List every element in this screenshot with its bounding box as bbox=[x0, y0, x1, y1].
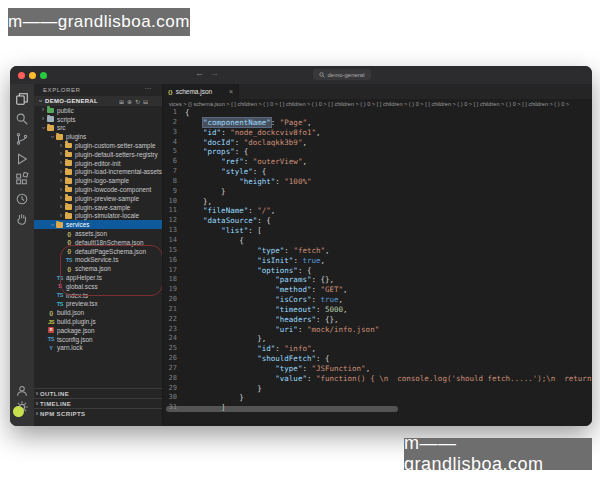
line-number: 30 bbox=[163, 393, 185, 403]
minimize-window-button[interactable] bbox=[29, 72, 36, 79]
tree-item-plugin-editor-init[interactable]: ›plugin-editor-init bbox=[34, 159, 162, 168]
tree-item-label: package.json bbox=[57, 327, 95, 334]
code-line[interactable]: 26 "shouldFetch": { bbox=[163, 354, 592, 364]
tree-item-defaultI18nSchema.json[interactable]: {}defaultI18nSchema.json bbox=[34, 238, 162, 247]
tree-item-build.plugin.js[interactable]: JSbuild.plugin.js bbox=[34, 317, 162, 326]
code-line[interactable]: 1{ bbox=[163, 108, 592, 118]
tree-item-tsconfig.json[interactable]: TStsconfig.json bbox=[34, 335, 162, 344]
breadcrumb[interactable]: vices > {} schema.json > [ ] children > … bbox=[163, 99, 592, 108]
tree-item-appHelper.ts[interactable]: TSappHelper.ts bbox=[34, 273, 162, 282]
code-line[interactable]: 3 "id": "node_dockcviv8fo1", bbox=[163, 128, 592, 138]
account-icon[interactable] bbox=[15, 384, 29, 398]
tree-item-label: yarn.lock bbox=[57, 344, 83, 351]
new-folder-icon[interactable]: ⊕ bbox=[127, 98, 132, 105]
code-line[interactable]: 7 "style": { bbox=[163, 167, 592, 177]
more-actions-icon[interactable]: ⋯ bbox=[144, 85, 152, 93]
code-line[interactable]: 24 }, bbox=[163, 334, 592, 344]
code-line[interactable]: 27 "type": "JSFunction", bbox=[163, 364, 592, 374]
code-line[interactable]: 13 "list": [ bbox=[163, 226, 592, 236]
close-window-button[interactable] bbox=[18, 72, 25, 79]
clock-icon[interactable] bbox=[15, 192, 29, 206]
command-center-search[interactable]: demo-general bbox=[313, 69, 371, 80]
npm-scripts-section[interactable]: ›NPM SCRIPTS bbox=[34, 408, 162, 418]
tree-item-public[interactable]: ›public bbox=[34, 106, 162, 115]
line-number: 21 bbox=[163, 305, 185, 315]
search-icon[interactable] bbox=[15, 112, 29, 126]
close-tab-icon[interactable]: × bbox=[229, 88, 233, 95]
horizontal-scrollbar[interactable] bbox=[166, 406, 398, 412]
chevron-right-icon: › bbox=[58, 151, 64, 157]
tsx-file-icon: TS bbox=[56, 301, 64, 307]
tree-item-plugin-logo-sample[interactable]: ›plugin-logo-sample bbox=[34, 176, 162, 185]
tree-item-label: public bbox=[57, 107, 74, 114]
tree-item-global.scss[interactable]: Sglobal.scss bbox=[34, 282, 162, 291]
refresh-icon[interactable]: ↻ bbox=[135, 98, 140, 105]
tree-item-plugin-simulator-locale[interactable]: ›plugin-simulator-locale bbox=[34, 212, 162, 221]
tree-item-label: plugin-simulator-locale bbox=[75, 212, 139, 219]
code-line[interactable]: 14 { bbox=[163, 236, 592, 246]
tree-item-build.json[interactable]: {}build.json bbox=[34, 308, 162, 317]
tree-item-plugin-custom-setter-sample[interactable]: ›plugin-custom-setter-sample bbox=[34, 141, 162, 150]
tree-item-plugin-preview-sample[interactable]: ›plugin-preview-sample bbox=[34, 194, 162, 203]
history-back-icon[interactable]: ← bbox=[195, 68, 204, 78]
code-line[interactable]: 17 "options": { bbox=[163, 266, 592, 276]
tab-schema-json[interactable]: {} schema.json × bbox=[163, 84, 239, 99]
code-line[interactable]: 2 "componentName": "Page", bbox=[163, 118, 592, 128]
tree-item-schema.json[interactable]: {}schema.json bbox=[34, 264, 162, 273]
code-line[interactable]: 9 } bbox=[163, 187, 592, 197]
tree-item-preview.tsx[interactable]: TSpreview.tsx bbox=[34, 300, 162, 309]
line-number: 26 bbox=[163, 354, 185, 364]
code-line[interactable]: 18 "params": {}, bbox=[163, 275, 592, 285]
tree-item-services[interactable]: ›services bbox=[34, 220, 162, 229]
code-line[interactable]: 29 } bbox=[163, 384, 592, 394]
code-line[interactable]: 10 }, bbox=[163, 197, 592, 207]
tree-item-assets.json[interactable]: {}assets.json bbox=[34, 229, 162, 238]
code-line[interactable]: 5 "props": { bbox=[163, 147, 592, 157]
history-forward-icon[interactable]: → bbox=[210, 68, 219, 78]
code-line[interactable]: 15 "type": "fetch", bbox=[163, 246, 592, 256]
code-line[interactable]: 22 "headers": {}, bbox=[163, 315, 592, 325]
tree-item-plugins[interactable]: ›plugins bbox=[34, 132, 162, 141]
tree-item-package.json[interactable]: npackage.json bbox=[34, 326, 162, 335]
tree-item-label: preview.tsx bbox=[66, 300, 98, 307]
code-line[interactable]: 4 "docId": "doclaqkk3b9", bbox=[163, 138, 592, 148]
code-line[interactable]: 11 "fileName": "/", bbox=[163, 206, 592, 216]
tree-item-src[interactable]: ›src bbox=[34, 124, 162, 133]
code-line[interactable]: 12 "dataSource": { bbox=[163, 216, 592, 226]
timeline-section[interactable]: ›TIMELINE bbox=[34, 398, 162, 408]
code-text: "height": "100%" bbox=[185, 177, 311, 187]
tree-item-plugin-load-incremental-assets-widget[interactable]: ›plugin-load-incremental-assets-widget bbox=[34, 168, 162, 177]
hand-icon[interactable] bbox=[15, 212, 29, 226]
source-control-icon[interactable] bbox=[15, 132, 29, 146]
code-line[interactable]: 25 "id": "info", bbox=[163, 344, 592, 354]
tree-item-defaultPageSchema.json[interactable]: {}defaultPageSchema.json bbox=[34, 247, 162, 256]
new-file-icon[interactable]: ⊞ bbox=[119, 98, 124, 105]
outline-section[interactable]: ›OUTLINE bbox=[34, 388, 162, 398]
tree-item-plugin-save-sample[interactable]: ›plugin-save-sample bbox=[34, 203, 162, 212]
tree-item-label: plugins bbox=[66, 133, 86, 140]
extensions-icon[interactable] bbox=[15, 172, 29, 186]
tree-item-scripts[interactable]: ›scripts bbox=[34, 115, 162, 124]
code-line[interactable]: 30 } bbox=[163, 393, 592, 403]
code-line[interactable]: 23 "uri": "mock/info.json" bbox=[163, 325, 592, 335]
tree-item-mockService.ts[interactable]: TSmockService.ts bbox=[34, 256, 162, 265]
code-line[interactable]: 28 "value": "function() { \n console.log… bbox=[163, 374, 592, 384]
tree-item-plugin-lowcode-component[interactable]: ›plugin-lowcode-component bbox=[34, 185, 162, 194]
code-line[interactable]: 8 "height": "100%" bbox=[163, 177, 592, 187]
code-line[interactable]: 6 "ref": "outerView", bbox=[163, 157, 592, 167]
vscode-window: ← → demo-general EXPLORER ⋯ › DEMO-GENER… bbox=[10, 66, 592, 426]
run-debug-icon[interactable] bbox=[15, 152, 29, 166]
tree-item-index.ts[interactable]: TSindex.ts bbox=[34, 291, 162, 300]
code-line[interactable]: 20 "isCors": true, bbox=[163, 295, 592, 305]
zoom-window-button[interactable] bbox=[40, 72, 47, 79]
explorer-icon[interactable] bbox=[15, 92, 29, 106]
code-line[interactable]: 19 "method": "GET", bbox=[163, 285, 592, 295]
collapse-icon[interactable]: ⊟ bbox=[143, 98, 148, 105]
tree-item-yarn.lock[interactable]: Yyarn.lock bbox=[34, 344, 162, 353]
line-number: 8 bbox=[163, 177, 185, 187]
code-line[interactable]: 16 "isInit": true, bbox=[163, 256, 592, 266]
typescript-file-icon: TS bbox=[56, 292, 64, 298]
code-line[interactable]: 21 "timeout": 5000, bbox=[163, 305, 592, 315]
tree-item-plugin-default-setters-registry[interactable]: ›plugin-default-setters-registry bbox=[34, 150, 162, 159]
code-view: 1{2 "componentName": "Page",3 "id": "nod… bbox=[163, 108, 592, 413]
